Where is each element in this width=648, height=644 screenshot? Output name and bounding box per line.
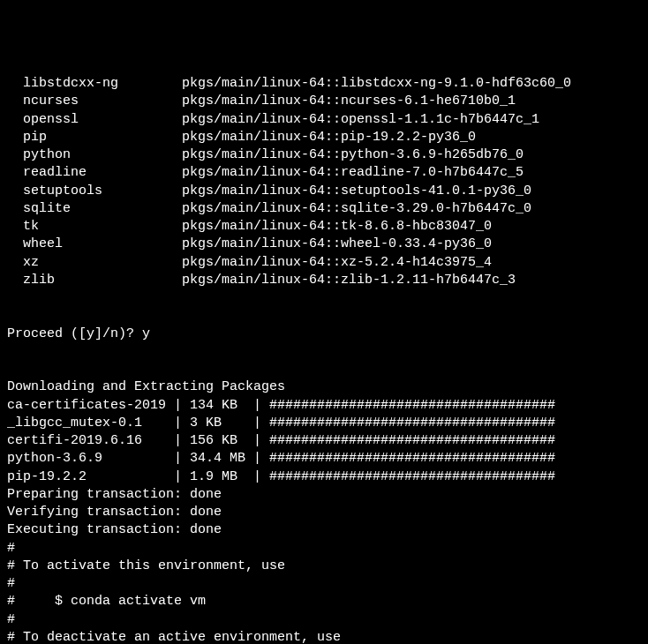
download-row: pip-19.2.2 | 1.9 MB | ##################… [7, 468, 641, 486]
package-row: pip pkgs/main/linux-64::pip-19.2.2-py36_… [7, 129, 641, 146]
package-row: xz pkgs/main/linux-64::xz-5.2.4-h14c3975… [7, 254, 641, 272]
package-row: python pkgs/main/linux-64::python-3.6.9-… [7, 146, 641, 164]
download-row: python-3.6.9 | 34.4 MB | ###############… [7, 450, 641, 468]
instruction-line: # [7, 575, 641, 593]
package-row: sqlite pkgs/main/linux-64::sqlite-3.29.0… [7, 200, 641, 218]
instruction-line: # To deactivate an active environment, u… [7, 629, 641, 644]
terminal-output[interactable]: libstdcxx-ng pkgs/main/linux-64::libstdc… [7, 75, 641, 644]
package-row: tk pkgs/main/linux-64::tk-8.6.8-hbc83047… [7, 218, 641, 236]
instruction-line: # [7, 540, 641, 558]
transaction-line: Preparing transaction: done [7, 486, 641, 504]
package-row: ncurses pkgs/main/linux-64::ncurses-6.1-… [7, 93, 641, 110]
download-row: ca-certificates-2019 | 134 KB | ########… [7, 397, 641, 415]
download-row: _libgcc_mutex-0.1 | 3 KB | #############… [7, 415, 641, 432]
download-row: certifi-2019.6.16 | 156 KB | ###########… [7, 432, 641, 450]
downloading-header: Downloading and Extracting Packages [7, 378, 641, 396]
package-row: libstdcxx-ng pkgs/main/linux-64::libstdc… [7, 75, 641, 93]
package-row: readline pkgs/main/linux-64::readline-7.… [7, 164, 641, 182]
transaction-line: Verifying transaction: done [7, 504, 641, 521]
proceed-prompt: Proceed ([y]/n)? y [7, 326, 641, 343]
instruction-line: # $ conda activate vm [7, 593, 641, 610]
instruction-line: # To activate this environment, use [7, 558, 641, 575]
package-row: openssl pkgs/main/linux-64::openssl-1.1.… [7, 111, 641, 129]
package-row: setuptools pkgs/main/linux-64::setuptool… [7, 183, 641, 200]
package-row: wheel pkgs/main/linux-64::wheel-0.33.4-p… [7, 236, 641, 253]
instruction-line: # [7, 611, 641, 629]
package-row: zlib pkgs/main/linux-64::zlib-1.2.11-h7b… [7, 272, 641, 289]
transaction-line: Executing transaction: done [7, 521, 641, 539]
